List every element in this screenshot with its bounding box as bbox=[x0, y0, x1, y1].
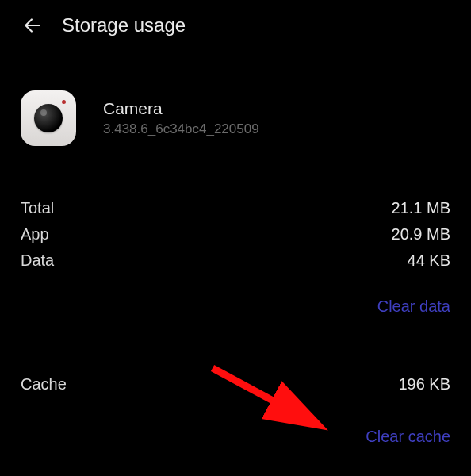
cache-section: Cache 196 KB bbox=[0, 316, 471, 397]
stat-value-data: 44 KB bbox=[408, 251, 450, 270]
stat-row-cache: Cache 196 KB bbox=[21, 371, 450, 397]
app-info-row: Camera 3.438.6_6c34bc4_220509 bbox=[0, 51, 471, 146]
clear-data-row: Clear data bbox=[0, 274, 471, 316]
stat-value-cache: 196 KB bbox=[398, 375, 450, 393]
page-title: Storage usage bbox=[62, 14, 186, 36]
clear-cache-button[interactable]: Clear cache bbox=[366, 428, 450, 446]
app-info-text: Camera 3.438.6_6c34bc4_220509 bbox=[103, 99, 259, 137]
stat-label-total: Total bbox=[21, 199, 54, 217]
header-bar: Storage usage bbox=[0, 0, 471, 51]
app-name: Camera bbox=[103, 99, 259, 118]
stat-label-data: Data bbox=[21, 251, 54, 270]
storage-stats: Total 21.1 MB App 20.9 MB Data 44 KB bbox=[0, 146, 471, 274]
stat-label-cache: Cache bbox=[21, 375, 67, 393]
clear-cache-row: Clear cache bbox=[0, 397, 471, 446]
stat-value-total: 21.1 MB bbox=[392, 199, 450, 217]
clear-data-button[interactable]: Clear data bbox=[377, 298, 450, 316]
app-version: 3.438.6_6c34bc4_220509 bbox=[103, 121, 259, 137]
stat-row-total: Total 21.1 MB bbox=[21, 195, 450, 221]
back-arrow-icon[interactable] bbox=[22, 15, 43, 36]
camera-app-icon bbox=[21, 90, 76, 146]
stat-value-app: 20.9 MB bbox=[392, 225, 450, 244]
stat-label-app: App bbox=[21, 225, 49, 244]
stat-row-app: App 20.9 MB bbox=[21, 221, 450, 248]
stat-row-data: Data 44 KB bbox=[21, 248, 450, 274]
